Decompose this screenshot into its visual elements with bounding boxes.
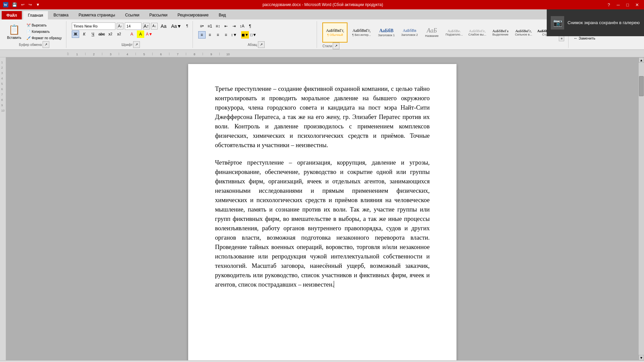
style-subtitle[interactable]: АаБбВе. Подзаголо... [443,22,465,43]
styles-expand-btn[interactable]: ↗ [333,43,339,49]
multilevel-btn[interactable]: ≡↕ [214,22,222,30]
border-btn[interactable]: □▼ [250,31,257,39]
styles-group[interactable]: АаБбВвГг, ¶ Обычный АаБбВвГг, ¶ Без инте… [322,22,566,43]
strikethrough-button[interactable]: abc [98,31,105,38]
font-size-up-btn[interactable]: A↑ [143,23,150,29]
paragraph-buttons[interactable]: ≡• ≡1 ≡↕ ⇤ ⇥ ↕A ¶ ≡ ≡ ≡ ≡ ↕▼ ◼▼ □▼ [198,22,314,39]
replace-icon: ↔ [574,36,577,40]
tab-references[interactable]: Ссылки [120,11,144,19]
cut-button[interactable]: ✂️ Вырезать [25,22,63,28]
style-highlight[interactable]: АаБбВеГа Выделение [489,22,511,43]
subscript-button[interactable]: x2 [107,31,114,38]
font-group: Times New Ro A↓ 14 A↑ A↓ Aa Aa▼ ¶ Ж К Ч … [69,21,193,48]
document-scroll-area[interactable]: Третье преступление – создание фиктивной… [6,57,639,360]
numbering-btn[interactable]: ≡1 [206,22,214,30]
style-h1[interactable]: АаБбВ Заголовок 1 [375,22,397,43]
scroll-down-btn[interactable]: ▼ [639,355,644,360]
paragraph-1-text: Третье преступление – создание фиктивной… [215,85,430,148]
tab-page-layout[interactable]: Разметка страницы [74,11,120,19]
italic-button[interactable]: К [80,31,88,38]
style-soft[interactable]: АаБбВеГе, Слабое вы... [466,22,488,43]
clipboard-expand-btn[interactable]: ↗ [43,41,49,48]
word-app-icon: W [3,2,9,8]
close-button[interactable]: ✕ [633,1,641,8]
show-chars-btn[interactable]: ¶ [184,23,190,29]
style-h2[interactable]: АаБбВв Заголовок 2 [398,22,420,43]
indent-increase-btn[interactable]: ⇥ [230,22,238,30]
align-right-btn[interactable]: ≡ [214,31,222,39]
style-normal[interactable]: АаБбВвГг, ¶ Обычный [322,22,347,43]
tab-file[interactable]: Файл [1,11,22,19]
text-color-btn[interactable]: А [128,31,136,38]
style-normal-preview: АаБбВвГг, [326,28,344,33]
format-painter-button[interactable]: 🖌️ Формат по образцу [25,35,63,41]
notification-text: Снимок экрана сохранён в галерею [568,20,640,26]
style-name[interactable]: АаБ Название [422,22,442,43]
paragraph-2[interactable]: Четвёртое преступление – организация, ко… [215,158,430,289]
ruler-mark-3: 3 [102,53,119,55]
style-highlight-preview: АаБбВеГа [492,29,508,33]
sort-btn[interactable]: ↕A [238,22,246,30]
ruler-left-margin: | [67,52,68,55]
paste-button[interactable]: 📋 Вставить [5,23,23,41]
bullets-btn[interactable]: ≡• [198,22,206,30]
underline-button[interactable]: Ч [89,31,97,38]
minimize-button[interactable]: ─ [614,1,623,8]
highlight-btn[interactable]: A [137,31,144,38]
document-page[interactable]: Третье преступление – создание фиктивной… [188,64,457,360]
indent-decrease-btn[interactable]: ⇤ [222,22,230,30]
clear-format-btn[interactable]: Aa [159,22,168,30]
save-quick-btn[interactable]: 💾 [11,2,18,8]
v-ruler-marks: 1 2 3 4 5 6 7 8 9 10 [1,59,4,114]
ruler-mark-9: 9 [203,53,219,55]
align-center-btn[interactable]: ≡ [206,31,214,39]
tab-insert[interactable]: Вставка [49,11,73,19]
justify-btn[interactable]: ≡ [222,31,230,39]
help-button[interactable]: ? [604,1,613,8]
line-spacing-btn[interactable]: ↕▼ [230,31,238,39]
change-case-btn[interactable]: Aa▼ [169,22,183,30]
copy-button[interactable]: 📄 Копировать [25,29,63,35]
paragraph-1[interactable]: Третье преступление – создание фиктивной… [215,84,430,150]
font-expand-btn[interactable]: ↗ [133,41,140,48]
ruler-mark-4: 4 [119,53,136,55]
font-controls[interactable]: Times New Ro A↓ 14 A↑ A↓ Aa Aa▼ ¶ Ж К Ч … [72,22,190,38]
svg-text:W: W [4,3,7,7]
scroll-track[interactable] [639,63,644,355]
undo-quick-btn[interactable]: ↩ [20,2,26,8]
maximize-button[interactable]: □ [623,1,632,8]
paragraph-group: ≡• ≡1 ≡↕ ⇤ ⇥ ↕A ¶ ≡ ≡ ≡ ≡ ↕▼ ◼▼ □▼ Абзац… [196,21,317,48]
text-cursor [334,281,336,288]
paragraph-expand-btn[interactable]: ↗ [258,41,265,48]
scroll-thumb[interactable] [639,76,644,96]
style-strong[interactable]: АаБбВвГг, Сильное в... [513,22,534,43]
ruler-mark-2: 2 [85,53,102,55]
font-color-btn2[interactable]: А▼ [146,31,153,38]
horizontal-ruler: | 1 2 3 4 5 6 7 8 9 10 [0,50,644,57]
align-left-btn[interactable]: ≡ [198,31,206,39]
shading-btn[interactable]: ◼▼ [241,31,249,39]
tab-home[interactable]: Главная [23,11,48,19]
styles-more[interactable]: ≡ [559,36,564,41]
superscript-button[interactable]: x2 [115,31,123,38]
ruler-mark-8: 8 [186,53,203,55]
font-size-input[interactable]: 14 [125,22,142,30]
tab-mailings[interactable]: Рассылки [145,11,172,19]
font-size-down-btn[interactable]: A↓ [151,23,158,29]
font-group-label: Шрифт [121,43,132,47]
paragraph-2-text: Четвёртое преступление – организация, ко… [215,159,430,288]
redo-quick-btn[interactable]: ↪ [27,2,33,8]
style-no-interval[interactable]: АаБбВвГг, ¶ Без интер... [349,22,374,43]
vertical-scrollbar[interactable]: ▲ ▼ [639,57,644,360]
font-name-input[interactable]: Times New Ro [72,22,115,30]
font-size-decrease-btn[interactable]: A↓ [117,23,123,29]
customize-quick-btn[interactable]: ▼ [35,2,41,8]
quick-access-toolbar[interactable]: 💾 ↩ ↪ ▼ [11,2,41,8]
window-controls[interactable]: ? ─ □ ✕ [604,1,641,8]
clipboard-buttons[interactable]: 📋 Вставить ✂️ Вырезать 📄 Копировать 🖌️ Ф… [5,21,63,41]
tab-review[interactable]: Рецензирование [173,11,213,19]
scroll-up-btn[interactable]: ▲ [639,57,644,63]
bold-button[interactable]: Ж [72,31,79,38]
tab-view[interactable]: Вид [214,11,231,19]
show-para-marks-btn[interactable]: ¶ [247,22,254,30]
